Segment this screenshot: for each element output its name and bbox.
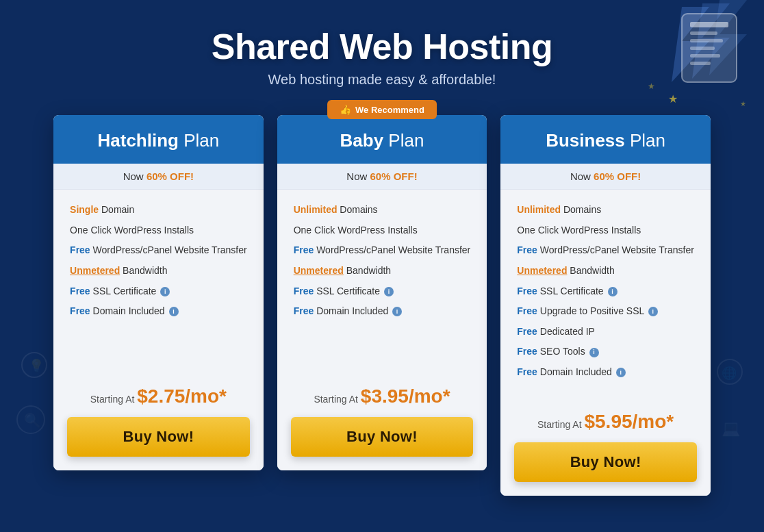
feature-item: Single Domain (70, 203, 247, 217)
feature-item: Unmetered Bandwidth (70, 264, 247, 278)
plans-container: Hatchling PlanNow 60% OFF!Single DomainO… (26, 115, 738, 522)
feature-item: Free SSL Certificate i (517, 285, 694, 299)
feature-item: Free Domain Included i (517, 366, 694, 379)
feature-item: Free Upgrade to Positive SSL i (517, 305, 694, 318)
info-icon[interactable]: i (648, 307, 658, 316)
plan-features-business: Unlimited DomainsOne Click WordPress Ins… (500, 190, 711, 399)
plan-discount-business: Now 60% OFF! (500, 164, 711, 190)
feature-item: Free Dedicated IP (517, 325, 694, 339)
feature-item: One Click WordPress Installs (517, 224, 694, 238)
page-title: Shared Web Hosting (14, 27, 750, 66)
plan-discount-baby: Now 60% OFF! (277, 164, 487, 190)
plan-footer-baby: Starting At $3.95/mo*Buy Now! (277, 375, 487, 470)
plan-header-business: Business Plan (500, 115, 711, 164)
plan-wrapper-baby: We RecommendBaby PlanNow 60% OFF!Unlimit… (277, 115, 487, 470)
page-subtitle: Web hosting made easy & affordable! (14, 72, 750, 88)
feature-item: One Click WordPress Installs (294, 224, 471, 238)
feature-item: One Click WordPress Installs (70, 224, 247, 238)
feature-item: Unmetered Bandwidth (294, 264, 471, 278)
plan-card-business: Business PlanNow 60% OFF!Unlimited Domai… (500, 115, 711, 495)
feature-item: Free Domain Included i (70, 305, 247, 318)
info-icon[interactable]: i (589, 348, 599, 357)
plan-price: $2.75/mo* (137, 385, 227, 407)
info-icon[interactable]: i (384, 287, 394, 296)
plan-footer-business: Starting At $5.95/mo*Buy Now! (500, 400, 711, 496)
buy-button-baby[interactable]: Buy Now! (291, 417, 474, 457)
feature-item: Free Domain Included i (294, 305, 471, 318)
feature-item: Free WordPress/cPanel Website Transfer (70, 244, 247, 257)
plan-wrapper-business: Business PlanNow 60% OFF!Unlimited Domai… (500, 115, 711, 495)
feature-item: Unlimited Domains (517, 203, 694, 217)
starting-at-label: Starting At $5.95/mo* (514, 411, 697, 433)
info-icon[interactable]: i (608, 287, 617, 296)
plan-features-hatchling: Single DomainOne Click WordPress Install… (53, 190, 264, 375)
starting-at-label: Starting At $3.95/mo* (291, 385, 474, 407)
plan-footer-hatchling: Starting At $2.75/mo*Buy Now! (53, 375, 264, 470)
info-icon[interactable]: i (160, 287, 170, 296)
starting-at-label: Starting At $2.75/mo* (67, 385, 250, 407)
discount-value: 60% OFF! (147, 170, 194, 182)
plan-header-hatchling: Hatchling Plan (53, 115, 264, 164)
plan-name-baby: Baby Plan (291, 130, 474, 151)
feature-item: Free SSL Certificate i (294, 285, 471, 299)
info-icon[interactable]: i (392, 307, 402, 316)
feature-item: Free WordPress/cPanel Website Transfer (517, 244, 694, 257)
page-header: Shared Web Hosting Web hosting made easy… (0, 0, 764, 108)
plan-price: $3.95/mo* (361, 385, 450, 407)
plan-price: $5.95/mo* (584, 411, 674, 432)
plan-name-hatchling: Hatchling Plan (67, 130, 250, 151)
discount-value: 60% OFF! (594, 170, 641, 182)
plan-wrapper-hatchling: Hatchling PlanNow 60% OFF!Single DomainO… (53, 115, 264, 470)
plan-name-business: Business Plan (514, 130, 697, 151)
plan-header-baby: Baby Plan (277, 115, 487, 164)
feature-item: Free WordPress/cPanel Website Transfer (294, 244, 471, 257)
plan-features-baby: Unlimited DomainsOne Click WordPress Ins… (277, 190, 487, 375)
buy-button-business[interactable]: Buy Now! (514, 442, 697, 482)
buy-button-hatchling[interactable]: Buy Now! (67, 417, 250, 457)
discount-value: 60% OFF! (370, 170, 417, 182)
plan-discount-hatchling: Now 60% OFF! (53, 164, 264, 190)
plan-card-hatchling: Hatchling PlanNow 60% OFF!Single DomainO… (53, 115, 264, 470)
info-icon[interactable]: i (169, 307, 179, 316)
feature-item: Free SEO Tools i (517, 345, 694, 359)
recommend-badge: We Recommend (327, 100, 437, 119)
plan-card-baby: Baby PlanNow 60% OFF!Unlimited DomainsOn… (277, 115, 487, 470)
feature-item: Free SSL Certificate i (70, 285, 247, 299)
info-icon[interactable]: i (616, 368, 626, 377)
feature-item: Unlimited Domains (294, 203, 471, 217)
feature-item: Unmetered Bandwidth (517, 264, 694, 278)
